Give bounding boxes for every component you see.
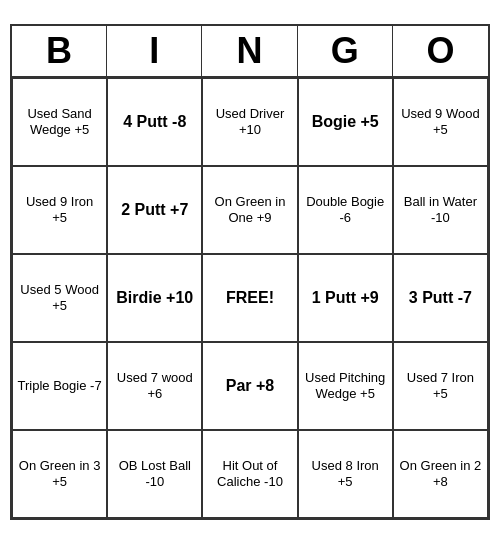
bingo-cell-12[interactable]: FREE!	[202, 254, 297, 342]
bingo-cell-15[interactable]: Triple Bogie -7	[12, 342, 107, 430]
bingo-cell-9[interactable]: Ball in Water -10	[393, 166, 488, 254]
bingo-grid: Used Sand Wedge +54 Putt -8Used Driver +…	[12, 78, 488, 518]
bingo-cell-18[interactable]: Used Pitching Wedge +5	[298, 342, 393, 430]
bingo-cell-8[interactable]: Double Bogie -6	[298, 166, 393, 254]
bingo-cell-13[interactable]: 1 Putt +9	[298, 254, 393, 342]
header-letter-i: I	[107, 26, 202, 78]
bingo-cell-2[interactable]: Used Driver +10	[202, 78, 297, 166]
bingo-cell-4[interactable]: Used 9 Wood +5	[393, 78, 488, 166]
bingo-header: BINGO	[12, 26, 488, 78]
header-letter-g: G	[298, 26, 393, 78]
bingo-cell-19[interactable]: Used 7 Iron +5	[393, 342, 488, 430]
bingo-cell-10[interactable]: Used 5 Wood +5	[12, 254, 107, 342]
bingo-cell-0[interactable]: Used Sand Wedge +5	[12, 78, 107, 166]
header-letter-o: O	[393, 26, 488, 78]
bingo-cell-6[interactable]: 2 Putt +7	[107, 166, 202, 254]
header-letter-b: B	[12, 26, 107, 78]
bingo-cell-24[interactable]: On Green in 2 +8	[393, 430, 488, 518]
bingo-cell-16[interactable]: Used 7 wood +6	[107, 342, 202, 430]
bingo-cell-17[interactable]: Par +8	[202, 342, 297, 430]
bingo-cell-14[interactable]: 3 Putt -7	[393, 254, 488, 342]
bingo-cell-1[interactable]: 4 Putt -8	[107, 78, 202, 166]
bingo-cell-7[interactable]: On Green in One +9	[202, 166, 297, 254]
header-letter-n: N	[202, 26, 297, 78]
bingo-cell-5[interactable]: Used 9 Iron +5	[12, 166, 107, 254]
bingo-cell-20[interactable]: On Green in 3 +5	[12, 430, 107, 518]
bingo-cell-23[interactable]: Used 8 Iron +5	[298, 430, 393, 518]
bingo-card: BINGO Used Sand Wedge +54 Putt -8Used Dr…	[10, 24, 490, 520]
bingo-cell-21[interactable]: OB Lost Ball -10	[107, 430, 202, 518]
bingo-cell-11[interactable]: Birdie +10	[107, 254, 202, 342]
bingo-cell-22[interactable]: Hit Out of Caliche -10	[202, 430, 297, 518]
bingo-cell-3[interactable]: Bogie +5	[298, 78, 393, 166]
